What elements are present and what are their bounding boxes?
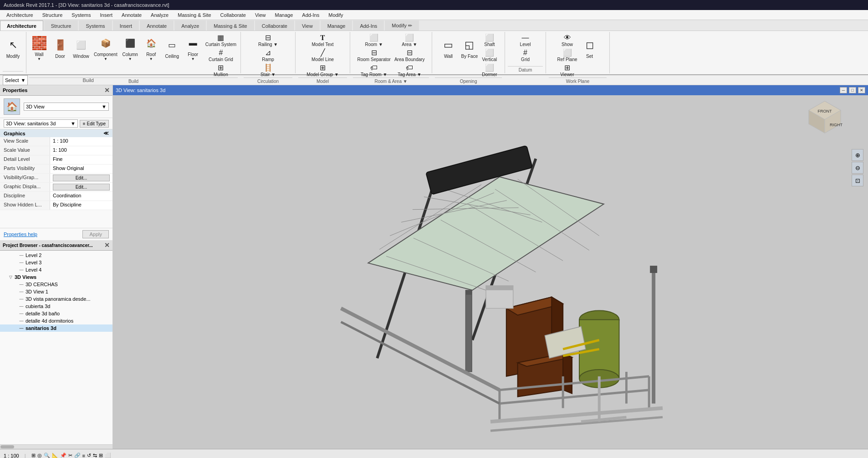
viewer-button[interactable]: ⊞ Viewer (556, 63, 579, 77)
door-button[interactable]: 🚪 Door (50, 33, 70, 64)
tag-area-button[interactable]: 🏷 Tag Area ▼ (393, 63, 426, 77)
tree-level3[interactable]: — Level 3 (0, 259, 112, 266)
tree-3dcerchas[interactable]: — 3D CERCHAS (0, 281, 112, 288)
menu-addins[interactable]: Add-Ins (297, 11, 324, 19)
menu-analyze[interactable]: Analyze (146, 11, 173, 19)
wall-button[interactable]: 🧱 Wall ▼ (29, 33, 49, 64)
view-type-select[interactable]: 3D View ▼ (24, 103, 109, 111)
rotate-icon[interactable]: ↺ (87, 453, 91, 458)
vis-grap-edit-btn[interactable]: Edit... (53, 175, 110, 181)
opening-wall-button[interactable]: ▭ Wall (439, 33, 459, 64)
tab-architecture[interactable]: Architecture (0, 21, 43, 31)
tree-3dview1[interactable]: — 3D View 1 (0, 288, 112, 295)
pin-icon[interactable]: 📌 (60, 453, 66, 458)
canvas-close-btn[interactable]: ✕ (858, 87, 865, 93)
menu-architecture[interactable]: Architecture (2, 11, 38, 19)
menu-annotate[interactable]: Annotate (117, 11, 146, 19)
view-fit-btn[interactable]: ⊡ (852, 175, 863, 186)
model-text-button[interactable]: 𝐓 Model Text (305, 33, 340, 47)
edit-type-button[interactable]: ≡ Edit Type (80, 120, 109, 128)
browser-hscroll[interactable] (0, 444, 112, 449)
tab-manage[interactable]: Manage (321, 21, 352, 31)
view-name-select[interactable]: 3D View: sanitarios 3d ▼ (4, 119, 78, 128)
select-dropdown[interactable]: Select ▼ (3, 75, 28, 85)
window-button[interactable]: ⬜ Window (71, 33, 91, 64)
view-zoom-out-btn[interactable]: ⊖ (852, 162, 863, 174)
canvas-minimize-btn[interactable]: ─ (840, 87, 847, 93)
tag-room-button[interactable]: 🏷 Tag Room ▼ (356, 63, 392, 77)
mirror-icon[interactable]: ⇆ (93, 453, 97, 458)
model-line-button[interactable]: ╱ Model Line (305, 48, 340, 62)
browser-close[interactable]: ✕ (104, 242, 110, 249)
curtain-system-button[interactable]: ▦ Curtain System (204, 33, 238, 47)
model-group-button[interactable]: ⊞ Model Group ▼ (305, 63, 340, 77)
apply-button[interactable]: Apply (82, 230, 109, 238)
prop-val-detail[interactable]: Fine (50, 155, 112, 164)
dormer-button[interactable]: ⬜ Dormer (480, 63, 498, 77)
array-icon[interactable]: ⊞ (99, 453, 103, 458)
view-zoom-in-btn[interactable]: ⊕ (852, 149, 863, 161)
tab-annotate[interactable]: Annotate (140, 21, 174, 31)
tree-cubierta3d[interactable]: — cubierta 3d (0, 303, 112, 310)
menu-systems[interactable]: Systems (67, 11, 95, 19)
mullion-button[interactable]: ⊞ Mullion (204, 63, 238, 77)
tree-detalle4d[interactable]: — detalle 4d dormitorios (0, 317, 112, 324)
stair-button[interactable]: 🪜 Stair ▼ (257, 63, 279, 77)
menu-massing[interactable]: Massing & Site (173, 11, 215, 19)
ref-plane-button[interactable]: ⬜ Ref Plane (556, 48, 579, 62)
canvas-area[interactable]: 3D View: sanitarios 3d ─ □ ✕ (113, 85, 868, 449)
tab-massing[interactable]: Massing & Site (207, 21, 254, 31)
tab-analyze[interactable]: Analyze (174, 21, 206, 31)
level-button[interactable]: ― Level (517, 33, 534, 47)
menu-view[interactable]: View (250, 11, 271, 19)
tree-sanitarios3d[interactable]: — sanitarios 3d (0, 324, 112, 332)
align-icon[interactable]: ≡ (82, 453, 85, 458)
graphics-section[interactable]: Graphics ≪ (0, 129, 112, 137)
menu-modify[interactable]: Modify (324, 11, 347, 19)
tab-systems[interactable]: Systems (79, 21, 112, 31)
prop-val-hidden[interactable]: By Discipline (50, 201, 112, 210)
tab-insert[interactable]: Insert (113, 21, 139, 31)
floor-button[interactable]: ▬ Floor ▼ (183, 33, 203, 64)
zoom-icon[interactable]: 🔍 (44, 453, 50, 458)
properties-scroll[interactable]: View Scale 1 : 100 Scale Value 1: 100 De… (0, 137, 112, 228)
prop-val-parts-vis[interactable]: Show Original (50, 165, 112, 173)
nav-cube[interactable]: FRONT RIGHT (804, 99, 845, 135)
menu-structure[interactable]: Structure (38, 11, 67, 19)
tab-collaborate[interactable]: Collaborate (255, 21, 294, 31)
shaft-button[interactable]: ⬜ Shaft (480, 33, 498, 47)
ramp-button[interactable]: ⊿ Ramp (257, 48, 279, 62)
vertical-button[interactable]: ⬜ Vertical (480, 48, 498, 62)
grid-button[interactable]: # Grid (517, 48, 534, 62)
component-button[interactable]: 📦 Component ▼ (92, 33, 119, 64)
menu-collaborate[interactable]: Collaborate (216, 11, 250, 19)
area-button[interactable]: ⬜ Area ▼ (393, 33, 426, 47)
tree-level4[interactable]: — Level 4 (0, 266, 112, 273)
by-face-button[interactable]: ◱ By Face (460, 33, 480, 64)
tree-detalle3dbano[interactable]: — detalle 3d baño (0, 310, 112, 317)
menu-manage[interactable]: Manage (271, 11, 298, 19)
snap-grid-icon[interactable]: ⊞ (31, 453, 36, 458)
properties-help-link[interactable]: Properties help (4, 232, 37, 237)
show-button[interactable]: 👁 Show (556, 33, 579, 47)
tree-level2[interactable]: — Level 2 (0, 252, 112, 259)
prop-val-discipline[interactable]: Coordination (50, 192, 112, 201)
model-viewport[interactable] (113, 95, 868, 449)
tree-3dviews[interactable]: ▽ 3D Views (0, 273, 112, 281)
link-icon[interactable]: 🔗 (74, 453, 81, 458)
properties-close[interactable]: ✕ (104, 87, 110, 94)
prop-val-view-scale[interactable]: 1 : 100 (50, 137, 112, 146)
group-icon[interactable]: ⬜ (105, 453, 111, 458)
tab-structure[interactable]: Structure (44, 21, 78, 31)
split-icon[interactable]: ✂ (68, 453, 72, 458)
measure-icon[interactable]: 📐 (52, 453, 58, 458)
tree-view[interactable]: — Level 2 — Level 3 — Level 4 ▽ 3D Views (0, 251, 112, 444)
room-button[interactable]: ⬜ Room ▼ (356, 33, 392, 47)
room-sep-button[interactable]: ⊟ Room Separator (356, 48, 392, 62)
set-button[interactable]: ◻ Set (580, 33, 600, 64)
ceiling-button[interactable]: ▭ Ceiling (162, 33, 182, 64)
canvas-maximize-btn[interactable]: □ (849, 87, 856, 93)
menu-insert[interactable]: Insert (96, 11, 117, 19)
tab-view[interactable]: View (295, 21, 320, 31)
tab-modify[interactable]: Modify ✏ (385, 21, 419, 31)
